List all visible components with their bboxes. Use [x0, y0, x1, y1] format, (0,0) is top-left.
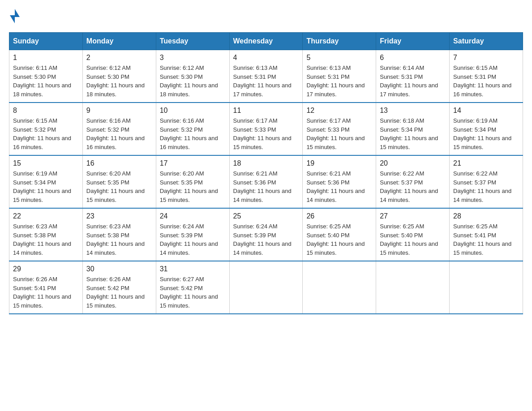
day-number: 9 [86, 107, 152, 115]
day-info: Sunrise: 6:23 AM Sunset: 5:38 PM Dayligh… [86, 222, 152, 257]
logo [9, 9, 20, 23]
calendar-day-cell: 28 Sunrise: 6:25 AM Sunset: 5:41 PM Dayl… [450, 208, 523, 261]
calendar-day-cell: 14 Sunrise: 6:19 AM Sunset: 5:34 PM Dayl… [450, 103, 523, 155]
day-info: Sunrise: 6:25 AM Sunset: 5:40 PM Dayligh… [306, 222, 372, 257]
day-number: 8 [13, 107, 79, 115]
calendar-day-cell [376, 261, 450, 314]
day-info: Sunrise: 6:12 AM Sunset: 5:30 PM Dayligh… [160, 64, 226, 98]
day-number: 10 [160, 107, 226, 115]
calendar-day-cell: 29 Sunrise: 6:26 AM Sunset: 5:41 PM Dayl… [9, 261, 83, 314]
day-number: 29 [13, 265, 79, 273]
day-number: 24 [160, 212, 226, 220]
day-info: Sunrise: 6:20 AM Sunset: 5:35 PM Dayligh… [160, 169, 226, 204]
day-info: Sunrise: 6:11 AM Sunset: 5:30 PM Dayligh… [13, 64, 79, 98]
calendar-day-cell: 5 Sunrise: 6:13 AM Sunset: 5:31 PM Dayli… [303, 50, 376, 103]
calendar-day-cell: 23 Sunrise: 6:23 AM Sunset: 5:38 PM Dayl… [82, 208, 156, 261]
day-number: 18 [233, 159, 299, 167]
day-info: Sunrise: 6:15 AM Sunset: 5:32 PM Dayligh… [13, 116, 79, 151]
calendar-day-cell: 13 Sunrise: 6:18 AM Sunset: 5:34 PM Dayl… [376, 103, 450, 155]
svg-marker-0 [15, 9, 20, 17]
calendar-week-row: 8 Sunrise: 6:15 AM Sunset: 5:32 PM Dayli… [9, 103, 523, 155]
day-number: 31 [160, 265, 226, 273]
svg-marker-1 [10, 15, 15, 23]
calendar-table: SundayMondayTuesdayWednesdayThursdayFrid… [9, 32, 523, 314]
day-of-week-header: Saturday [450, 33, 523, 50]
calendar-day-cell: 12 Sunrise: 6:17 AM Sunset: 5:33 PM Dayl… [303, 103, 376, 155]
day-number: 12 [306, 107, 372, 115]
calendar-day-cell: 20 Sunrise: 6:22 AM Sunset: 5:37 PM Dayl… [376, 155, 450, 208]
day-info: Sunrise: 6:27 AM Sunset: 5:42 PM Dayligh… [160, 275, 226, 310]
day-info: Sunrise: 6:16 AM Sunset: 5:32 PM Dayligh… [86, 116, 152, 151]
day-number: 28 [453, 212, 519, 220]
calendar-day-cell: 21 Sunrise: 6:22 AM Sunset: 5:37 PM Dayl… [450, 155, 523, 208]
calendar-day-cell: 7 Sunrise: 6:15 AM Sunset: 5:31 PM Dayli… [450, 50, 523, 103]
day-number: 3 [160, 54, 226, 62]
day-number: 23 [86, 212, 152, 220]
calendar-day-cell: 18 Sunrise: 6:21 AM Sunset: 5:36 PM Dayl… [229, 155, 303, 208]
day-number: 16 [86, 159, 152, 167]
calendar-week-row: 1 Sunrise: 6:11 AM Sunset: 5:30 PM Dayli… [9, 50, 523, 103]
day-number: 19 [306, 159, 372, 167]
day-of-week-header: Monday [82, 33, 156, 50]
day-of-week-header: Thursday [303, 33, 376, 50]
day-number: 15 [13, 159, 79, 167]
day-info: Sunrise: 6:21 AM Sunset: 5:36 PM Dayligh… [306, 169, 372, 204]
calendar-day-cell: 6 Sunrise: 6:14 AM Sunset: 5:31 PM Dayli… [376, 50, 450, 103]
day-number: 13 [380, 107, 446, 115]
calendar-day-cell: 15 Sunrise: 6:19 AM Sunset: 5:34 PM Dayl… [9, 155, 83, 208]
calendar-header-row: SundayMondayTuesdayWednesdayThursdayFrid… [9, 33, 523, 50]
day-info: Sunrise: 6:25 AM Sunset: 5:40 PM Dayligh… [380, 222, 446, 257]
calendar-day-cell: 1 Sunrise: 6:11 AM Sunset: 5:30 PM Dayli… [9, 50, 83, 103]
day-info: Sunrise: 6:22 AM Sunset: 5:37 PM Dayligh… [453, 169, 519, 204]
day-number: 25 [233, 212, 299, 220]
calendar-day-cell [450, 261, 523, 314]
day-info: Sunrise: 6:19 AM Sunset: 5:34 PM Dayligh… [13, 169, 79, 204]
calendar-day-cell: 22 Sunrise: 6:23 AM Sunset: 5:38 PM Dayl… [9, 208, 83, 261]
day-info: Sunrise: 6:19 AM Sunset: 5:34 PM Dayligh… [453, 116, 519, 151]
day-info: Sunrise: 6:12 AM Sunset: 5:30 PM Dayligh… [86, 64, 152, 98]
day-info: Sunrise: 6:18 AM Sunset: 5:34 PM Dayligh… [380, 116, 446, 151]
calendar-day-cell: 27 Sunrise: 6:25 AM Sunset: 5:40 PM Dayl… [376, 208, 450, 261]
day-info: Sunrise: 6:17 AM Sunset: 5:33 PM Dayligh… [306, 116, 372, 151]
day-number: 11 [233, 107, 299, 115]
day-of-week-header: Wednesday [229, 33, 303, 50]
calendar-day-cell: 10 Sunrise: 6:16 AM Sunset: 5:32 PM Dayl… [156, 103, 229, 155]
day-info: Sunrise: 6:22 AM Sunset: 5:37 PM Dayligh… [380, 169, 446, 204]
calendar-week-row: 22 Sunrise: 6:23 AM Sunset: 5:38 PM Dayl… [9, 208, 523, 261]
calendar-day-cell: 25 Sunrise: 6:24 AM Sunset: 5:39 PM Dayl… [229, 208, 303, 261]
day-number: 17 [160, 159, 226, 167]
calendar-day-cell: 11 Sunrise: 6:17 AM Sunset: 5:33 PM Dayl… [229, 103, 303, 155]
day-number: 26 [306, 212, 372, 220]
day-number: 1 [13, 54, 79, 62]
calendar-day-cell: 3 Sunrise: 6:12 AM Sunset: 5:30 PM Dayli… [156, 50, 229, 103]
day-number: 22 [13, 212, 79, 220]
day-info: Sunrise: 6:14 AM Sunset: 5:31 PM Dayligh… [380, 64, 446, 98]
day-info: Sunrise: 6:13 AM Sunset: 5:31 PM Dayligh… [233, 64, 299, 98]
day-number: 30 [86, 265, 152, 273]
day-number: 20 [380, 159, 446, 167]
day-info: Sunrise: 6:20 AM Sunset: 5:35 PM Dayligh… [86, 169, 152, 204]
calendar-day-cell: 17 Sunrise: 6:20 AM Sunset: 5:35 PM Dayl… [156, 155, 229, 208]
calendar-day-cell: 31 Sunrise: 6:27 AM Sunset: 5:42 PM Dayl… [156, 261, 229, 314]
day-info: Sunrise: 6:23 AM Sunset: 5:38 PM Dayligh… [13, 222, 79, 257]
calendar-day-cell: 30 Sunrise: 6:26 AM Sunset: 5:42 PM Dayl… [82, 261, 156, 314]
logo-icon [10, 9, 20, 23]
day-info: Sunrise: 6:25 AM Sunset: 5:41 PM Dayligh… [453, 222, 519, 257]
calendar-day-cell: 16 Sunrise: 6:20 AM Sunset: 5:35 PM Dayl… [82, 155, 156, 208]
day-info: Sunrise: 6:13 AM Sunset: 5:31 PM Dayligh… [306, 64, 372, 98]
day-info: Sunrise: 6:17 AM Sunset: 5:33 PM Dayligh… [233, 116, 299, 151]
calendar-day-cell [229, 261, 303, 314]
day-of-week-header: Friday [376, 33, 450, 50]
calendar-day-cell: 8 Sunrise: 6:15 AM Sunset: 5:32 PM Dayli… [9, 103, 83, 155]
page-header [9, 9, 523, 23]
day-number: 2 [86, 54, 152, 62]
day-of-week-header: Tuesday [156, 33, 229, 50]
day-number: 4 [233, 54, 299, 62]
day-info: Sunrise: 6:26 AM Sunset: 5:41 PM Dayligh… [13, 275, 79, 310]
calendar-day-cell: 4 Sunrise: 6:13 AM Sunset: 5:31 PM Dayli… [229, 50, 303, 103]
day-number: 21 [453, 159, 519, 167]
calendar-day-cell: 9 Sunrise: 6:16 AM Sunset: 5:32 PM Dayli… [82, 103, 156, 155]
day-info: Sunrise: 6:21 AM Sunset: 5:36 PM Dayligh… [233, 169, 299, 204]
calendar-week-row: 29 Sunrise: 6:26 AM Sunset: 5:41 PM Dayl… [9, 261, 523, 314]
calendar-day-cell: 19 Sunrise: 6:21 AM Sunset: 5:36 PM Dayl… [303, 155, 376, 208]
